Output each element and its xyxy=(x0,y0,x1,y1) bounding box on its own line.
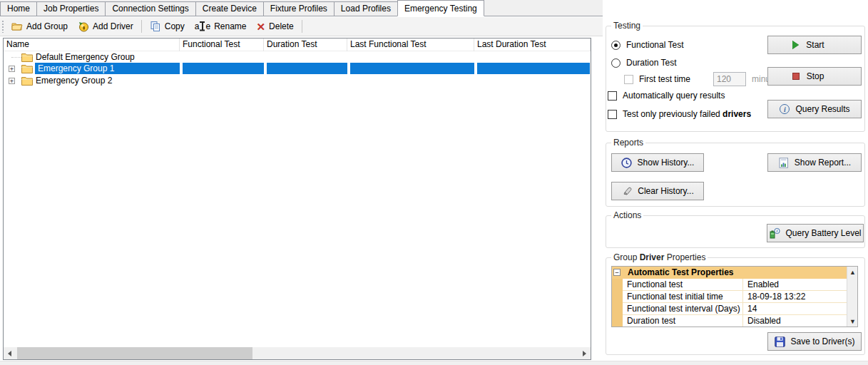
column-header-last-functional-test[interactable]: Last Functional Test xyxy=(347,38,474,51)
duration-test-radio[interactable] xyxy=(611,58,621,68)
property-name: Functional test initial time xyxy=(627,291,723,302)
battery-icon: i xyxy=(769,227,780,239)
save-to-drivers-button[interactable]: Save to Driver(s) xyxy=(767,332,862,351)
property-grid-scrollbar[interactable]: ▲ ▼ xyxy=(847,267,857,327)
tree-row-default-emergency-group[interactable]: Default Emergency Group xyxy=(4,51,591,63)
delete-label: Delete xyxy=(269,21,294,31)
folder-icon xyxy=(21,76,33,86)
toolbar-separator-2 xyxy=(302,20,302,33)
tree-horizontal-scrollbar[interactable] xyxy=(4,347,591,359)
scroll-down-arrow[interactable]: ▼ xyxy=(847,316,858,327)
scroll-up-arrow[interactable]: ▲ xyxy=(847,267,858,277)
stop-button[interactable]: Stop xyxy=(767,67,862,86)
property-row-functional-test-interval[interactable]: Functional test interval (Days) 14 xyxy=(623,303,848,315)
auto-query-row[interactable]: Automatically query results xyxy=(608,91,725,101)
rename-label: Rename xyxy=(214,21,246,31)
collapse-minus-icon[interactable]: − xyxy=(613,269,621,276)
tab-load-profiles[interactable]: Load Profiles xyxy=(334,1,398,16)
toolbar-grip[interactable] xyxy=(2,21,4,33)
testing-group-title: Testing xyxy=(611,21,643,31)
tab-home[interactable]: Home xyxy=(0,1,37,16)
toolbar-separator xyxy=(141,20,142,33)
scrollbar-thumb[interactable] xyxy=(17,347,252,359)
start-play-icon xyxy=(790,39,801,51)
query-results-button[interactable]: i Query Results xyxy=(767,100,862,118)
functional-test-radio-row[interactable]: Functional Test xyxy=(611,40,684,50)
tree-row-emergency-group-1[interactable]: + Emergency Group 1 xyxy=(4,63,591,75)
functional-test-radio-label: Functional Test xyxy=(626,40,684,50)
tab-create-device[interactable]: Create Device xyxy=(195,1,264,16)
tab-emergency-testing[interactable]: Emergency Testing xyxy=(397,0,484,16)
expand-plus-icon[interactable]: + xyxy=(9,78,15,84)
property-value[interactable]: 18-09-18 13:22 xyxy=(742,291,848,303)
group-driver-properties-title: Group Driver Properties xyxy=(611,252,708,262)
tree-row-label: Default Emergency Group xyxy=(36,51,135,63)
clear-history-button[interactable]: Clear History... xyxy=(611,182,704,200)
svg-text:i: i xyxy=(777,228,778,233)
bottom-strip xyxy=(0,361,868,365)
scroll-right-arrow[interactable] xyxy=(578,347,591,359)
add-driver-button[interactable]: Add Driver xyxy=(73,19,138,34)
selected-cell-name[interactable]: Emergency Group 1 xyxy=(35,63,180,74)
copy-icon xyxy=(150,21,161,32)
stop-square-icon xyxy=(790,71,802,82)
stop-button-label: Stop xyxy=(807,71,824,81)
tab-job-properties[interactable]: Job Properties xyxy=(36,1,106,16)
property-category-header[interactable]: Automatic Test Properties xyxy=(612,267,848,279)
selected-cell-last-duration-test[interactable] xyxy=(477,63,590,74)
first-test-time-row: First test time minutes xyxy=(624,72,782,86)
column-header-duration-test[interactable]: Duration Test xyxy=(264,38,347,51)
property-row-duration-test[interactable]: Duration test Disabled xyxy=(623,315,848,327)
property-value[interactable]: Enabled xyxy=(742,279,848,291)
failed-only-checkbox[interactable] xyxy=(608,110,617,119)
show-history-button[interactable]: Show History... xyxy=(611,153,704,172)
property-grid: Automatic Test Properties − Functional t… xyxy=(611,266,858,327)
column-header-last-duration-test[interactable]: Last Duration Test xyxy=(474,38,591,51)
copy-button[interactable]: Copy xyxy=(145,19,190,34)
rename-button[interactable]: ae Rename xyxy=(190,19,252,34)
property-row-functional-test-initial-time[interactable]: Functional test initial time 18-09-18 13… xyxy=(623,291,848,303)
first-test-time-label: First test time xyxy=(639,74,690,84)
duration-test-radio-row[interactable]: Duration Test xyxy=(611,58,676,68)
property-value[interactable]: Disabled xyxy=(742,315,848,327)
first-test-time-checkbox[interactable] xyxy=(624,75,633,84)
reports-group-title: Reports xyxy=(611,138,645,148)
scroll-left-arrow[interactable] xyxy=(4,347,16,359)
add-driver-icon xyxy=(78,21,89,32)
tree-row-emergency-group-2[interactable]: + Emergency Group 2 xyxy=(4,75,591,87)
copy-label: Copy xyxy=(165,21,185,31)
right-panel: Testing Functional Test Duration Test Fi… xyxy=(603,0,868,361)
add-driver-label: Add Driver xyxy=(93,21,133,31)
selected-cell-last-functional-test[interactable] xyxy=(350,63,474,74)
delete-button[interactable]: ✕ Delete xyxy=(251,19,298,34)
tree-row-label: Emergency Group 1 xyxy=(38,63,114,73)
failed-only-label: Test only previously failed drivers xyxy=(623,109,751,119)
show-report-button[interactable]: Show Report... xyxy=(767,153,862,172)
column-header-functional-test[interactable]: Functional Test xyxy=(180,38,264,51)
property-value[interactable]: 14 xyxy=(742,303,848,315)
auto-query-checkbox[interactable] xyxy=(608,91,617,101)
selected-cell-functional-test[interactable] xyxy=(183,63,264,74)
save-to-drivers-label: Save to Driver(s) xyxy=(790,336,854,346)
tree-row-label: Emergency Group 2 xyxy=(36,75,112,86)
query-battery-level-button[interactable]: i Query Battery Level xyxy=(767,224,864,242)
failed-only-row[interactable]: Test only previously failed drivers xyxy=(608,109,751,119)
start-button[interactable]: Start xyxy=(767,36,862,54)
first-test-time-input[interactable] xyxy=(713,72,746,86)
delete-x-icon: ✕ xyxy=(256,21,265,32)
save-floppy-icon xyxy=(774,336,785,347)
show-report-label: Show Report... xyxy=(795,158,851,168)
expand-plus-icon[interactable]: + xyxy=(9,66,15,72)
info-icon: i xyxy=(779,103,790,115)
add-group-button[interactable]: Add Group xyxy=(6,19,73,34)
rename-icon: ae xyxy=(195,21,210,31)
tab-fixture-profiles[interactable]: Fixture Profiles xyxy=(263,1,335,16)
tab-connection-settings[interactable]: Connection Settings xyxy=(105,1,195,16)
functional-test-radio[interactable] xyxy=(611,41,621,50)
duration-test-radio-label: Duration Test xyxy=(626,58,676,68)
selected-cell-duration-test[interactable] xyxy=(267,63,347,74)
property-row-functional-test[interactable]: Functional test Enabled xyxy=(623,279,848,291)
folder-icon xyxy=(21,53,33,62)
property-name: Functional test interval (Days) xyxy=(627,303,740,314)
column-header-name[interactable]: Name xyxy=(4,38,180,51)
